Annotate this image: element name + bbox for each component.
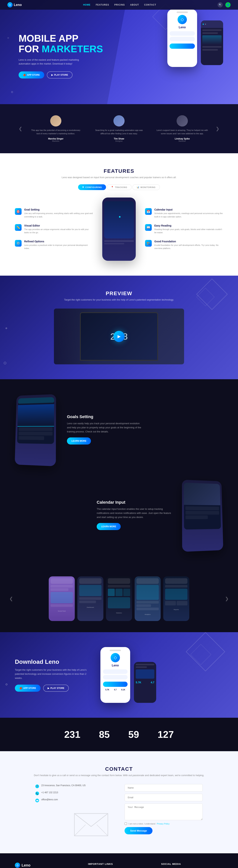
footer-social-title: Social Media	[161, 863, 223, 865]
footer: ◇ Leno Leno is passionate about finding …	[0, 853, 238, 868]
tab-configuring[interactable]: ⚙ CONFIGURING	[78, 184, 106, 190]
nav-profile-button[interactable]: 👤	[225, 2, 231, 7]
calendar-text: Calendar Input The calendar input functi…	[97, 500, 171, 530]
hero-phone-secondary	[201, 21, 223, 65]
testimonial-text-3: Leno's support team is amazing. They've …	[156, 129, 208, 135]
ss-stat-2	[115, 589, 122, 596]
tab-monitoring[interactable]: 📊 MONITORING	[132, 184, 160, 190]
testimonial-name-1: Marsha Singer	[30, 137, 82, 140]
nav-link-contact[interactable]: CONTACT	[144, 3, 156, 6]
fp-bar-2	[104, 243, 124, 244]
contact-info: 📍 23 Innocence, San Francisco, CA 00400,…	[35, 784, 113, 838]
hero-buttons: 🍎 APP STORE ▶ PLAY STORE	[19, 71, 103, 79]
ss-chart-5	[165, 589, 188, 600]
map-dot	[119, 216, 121, 218]
screenshots-next-arrow[interactable]: ❯	[223, 596, 231, 601]
footer-logo-text: Leno	[22, 863, 31, 867]
privacy-link[interactable]: Privacy Policy	[157, 823, 169, 825]
download-phones: ◇ Leno 5.7K 4.7 8.1K	[100, 647, 156, 703]
contact-wrapper: 📍 23 Innocence, San Francisco, CA 00400,…	[15, 784, 223, 838]
features-left: 🎯 Goal Setting Like any self-improving p…	[15, 208, 93, 250]
hero-section: MOBILE APP FOR MARKETERS Leno is one of …	[0, 0, 238, 104]
contact-grid: 📍 23 Innocence, San Francisco, CA 00400,…	[35, 784, 203, 838]
screenshot-item-3: Statistics	[106, 577, 132, 621]
dl-bar-1	[136, 664, 154, 665]
goals-chart	[18, 404, 54, 427]
stat-number-4: 127	[158, 729, 174, 740]
download-section: Download Leno Target the right customers…	[0, 632, 238, 718]
contact-phone: 📞 +1 467 132 2213	[35, 791, 113, 795]
download-playstore-button[interactable]: ▶ PLAY STORE	[43, 685, 69, 692]
nav-link-about[interactable]: ABOUT	[130, 3, 139, 6]
screenshot-item-1: Social Feed	[49, 577, 75, 621]
feature-title-foundation: Good Foundation	[154, 240, 223, 243]
testimonials-next-arrow[interactable]: ❯	[212, 126, 223, 131]
calendar-phone	[182, 480, 223, 552]
calendar-learn-more-button[interactable]: LEARN MORE	[97, 523, 121, 530]
testimonial-role-2: Designer	[93, 140, 145, 142]
options-icon: ⚙️	[15, 240, 22, 247]
apple-icon: 🍎	[23, 74, 26, 76]
screenshots-inner: Social Feed Dashboard Stat	[17, 577, 221, 621]
playstore-button[interactable]: ▶ PLAY STORE	[47, 71, 72, 79]
goals-learn-more-button[interactable]: LEARN MORE	[67, 437, 91, 444]
testimonials-prev-arrow[interactable]: ❮	[15, 126, 26, 131]
nav-link-features[interactable]: FEATURES	[96, 3, 109, 6]
avatar-img-2	[113, 115, 125, 126]
testimonial-item-2: Searching for a great marketing automati…	[93, 115, 145, 142]
navbar: ◇ Leno HOME FEATURES PRICING ABOUT CONTA…	[0, 0, 238, 10]
nav-search-button[interactable]: 🔍	[217, 2, 223, 7]
stats-section: 231 85 59 127	[0, 718, 238, 751]
feature-item-calendar: 📅 Calendar Input Schedule your appointme…	[145, 208, 223, 218]
contact-name-input[interactable]	[125, 784, 203, 792]
phone-dot-1	[203, 24, 204, 25]
ss-header-2	[79, 578, 102, 584]
download-appstore-button[interactable]: 🍎 APP STORE	[15, 685, 40, 692]
nav-link-pricing[interactable]: PRICING	[114, 3, 125, 6]
calendar-icon: 📅	[145, 208, 152, 215]
feature-desc-reading: Reading through your goals, sub-goals, b…	[154, 228, 223, 234]
nav-logo[interactable]: ◇ Leno	[7, 2, 22, 7]
dl-phone-notch	[110, 650, 121, 651]
preview-subtitle: Target the right customers for your busi…	[15, 298, 223, 301]
phone-bar-1	[202, 29, 222, 31]
ss-header-1	[50, 578, 73, 584]
dl-app-name: Leno	[112, 664, 119, 667]
preview-image: 2:58 ▶	[54, 309, 184, 364]
screenshots-prev-arrow[interactable]: ❮	[7, 596, 15, 601]
feature-desc-foundation: A solid foundation for your self develop…	[154, 244, 223, 250]
tracking-icon: 📍	[111, 186, 114, 188]
features-subtitle: Leno was designed based on input from pe…	[15, 176, 223, 179]
monitoring-icon: 📊	[137, 186, 139, 188]
phone-app-icon: ◇	[177, 15, 187, 24]
feature-desc-goal: Like any self-improving process, everyth…	[24, 212, 93, 218]
download-content: Download Leno Target the right customers…	[15, 658, 89, 692]
stat-item-2: 85	[99, 729, 110, 740]
stat-item-4: 127	[158, 729, 174, 740]
stat-item-1: 231	[64, 729, 80, 740]
features-phone	[102, 197, 136, 261]
contact-email-input[interactable]	[125, 794, 203, 801]
feature-item-refined: ⚙️ Refined Options Leno provides a pract…	[15, 240, 93, 250]
play-icon: ▶	[51, 74, 53, 76]
footer-links-col: Important Links Leno Customers Review Te…	[88, 863, 150, 868]
tab-tracking[interactable]: 📍 TRACKING	[107, 184, 132, 190]
footer-about: ◇ Leno Leno is passionate about finding …	[15, 863, 77, 868]
ss-header-3	[108, 578, 130, 584]
testimonial-text-1: This app has the potential of becoming a…	[30, 129, 82, 135]
fp-map	[104, 201, 134, 239]
play-button[interactable]: ▶	[113, 331, 125, 342]
appstore-button[interactable]: 🍎 APP STORE	[19, 71, 44, 79]
contact-title: CONTACT	[15, 766, 223, 772]
preview-video-container: 2:58 ▶	[54, 309, 184, 364]
deco-circle-2	[7, 37, 9, 39]
reading-icon: 📖	[145, 224, 152, 231]
cal-list-2	[185, 511, 219, 515]
ss-header-5	[165, 578, 188, 584]
preview-section: PREVIEW Target the right customers for y…	[0, 276, 238, 379]
nav-link-home[interactable]: HOME	[83, 3, 91, 6]
testimonial-avatar-3	[177, 115, 188, 126]
hero-title: MOBILE APP FOR MARKETERS	[19, 33, 103, 54]
envelope-decoration	[72, 810, 150, 838]
ss-row-10	[165, 585, 188, 588]
